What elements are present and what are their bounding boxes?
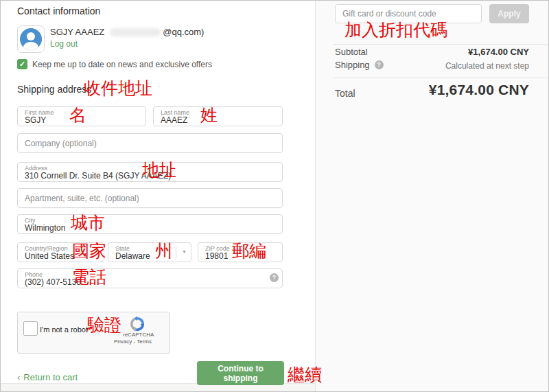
- checkout-page: Contact information SGJY AAAEZ @qq.com) …: [0, 0, 549, 392]
- total-label: Total: [335, 88, 355, 99]
- shipping-cost-label: Shipping: [335, 60, 370, 70]
- newsletter-label: Keep me up to date on news and exclusive…: [32, 60, 212, 69]
- chevron-left-icon: ‹: [17, 372, 20, 382]
- gift-card-placeholder: Gift card or discount code: [342, 9, 436, 19]
- phone-input[interactable]: Phone (302) 407-5138: [17, 268, 283, 288]
- recaptcha-brand: reCAPTCHA: [123, 332, 154, 338]
- logout-link[interactable]: Log out: [50, 39, 78, 49]
- recaptcha-label: I'm not a robot: [40, 325, 88, 334]
- shipping-cost-row: Shipping ?: [335, 60, 384, 70]
- company-input[interactable]: Company (optional): [17, 133, 283, 153]
- annotation-city: 城市: [71, 214, 105, 232]
- shipping-help-icon[interactable]: ?: [375, 60, 384, 69]
- user-identity: SGJY AAAEZ @qq.com): [50, 27, 204, 37]
- state-select[interactable]: State Delaware ▼: [108, 242, 191, 262]
- city-value: Wilmington: [25, 224, 275, 233]
- recaptcha-privacy-terms-links[interactable]: Privacy - Terms: [114, 338, 152, 345]
- annotation-captcha: 驗證: [87, 316, 121, 334]
- annotation-zip: 郵編: [232, 242, 266, 260]
- avatar: [17, 25, 45, 53]
- newsletter-checkbox[interactable]: ✓: [17, 59, 27, 69]
- chevron-down-icon: ▼: [182, 249, 187, 254]
- contact-information-heading: Contact information: [17, 5, 100, 16]
- company-placeholder: Company (optional): [25, 139, 97, 148]
- annotation-first-name: 名: [69, 106, 86, 124]
- shipping-address-heading: Shipping address: [17, 84, 91, 95]
- subtotal-label: Subtotal: [335, 47, 368, 57]
- annotation-state: 州: [155, 242, 172, 260]
- annotation-phone: 電話: [72, 268, 106, 286]
- annotation-discount: 加入折扣代碼: [344, 21, 447, 39]
- check-icon: ✓: [19, 60, 25, 68]
- email-redacted-blur: [110, 28, 161, 36]
- continue-to-shipping-button[interactable]: Continue to shipping: [197, 361, 284, 385]
- select-divider: [176, 246, 176, 258]
- return-to-cart-label: Return to cart: [23, 372, 78, 382]
- last-name-input[interactable]: Last name AAAEZ: [153, 106, 283, 126]
- email-suffix: @qq.com): [163, 27, 204, 37]
- apartment-input[interactable]: Apartment, suite, etc. (optional): [17, 188, 283, 208]
- subtotal-value: ¥1,674.00 CNY: [468, 47, 529, 57]
- annotation-country: 國家: [72, 242, 106, 260]
- recaptcha-checkbox[interactable]: [23, 321, 38, 336]
- phone-help-icon[interactable]: ?: [270, 273, 279, 282]
- user-icon: [20, 28, 42, 50]
- annotation-shipping-address: 收件地址: [84, 80, 152, 97]
- return-to-cart-link[interactable]: ‹Return to cart: [17, 372, 78, 382]
- annotation-last-name: 姓: [200, 106, 218, 124]
- recaptcha-logo-icon: [130, 316, 145, 332]
- shipping-cost-value: Calculated at next step: [445, 61, 529, 71]
- summary-divider-bottom: [333, 78, 549, 78]
- user-name: SGJY AAAEZ: [50, 27, 104, 37]
- last-name-value: AAAEZ: [161, 116, 275, 125]
- annotation-continue: 繼續: [288, 366, 322, 384]
- state-value: Delaware: [115, 252, 184, 261]
- summary-divider-top: [333, 44, 549, 45]
- annotation-address: 地址: [142, 161, 176, 179]
- total-value: ¥1,674.00 CNY: [429, 82, 529, 98]
- apply-button[interactable]: Apply: [489, 4, 529, 23]
- apartment-placeholder: Apartment, suite, etc. (optional): [25, 194, 139, 203]
- phone-value: (302) 407-5138: [25, 278, 275, 287]
- city-input[interactable]: City Wilmington: [17, 214, 283, 234]
